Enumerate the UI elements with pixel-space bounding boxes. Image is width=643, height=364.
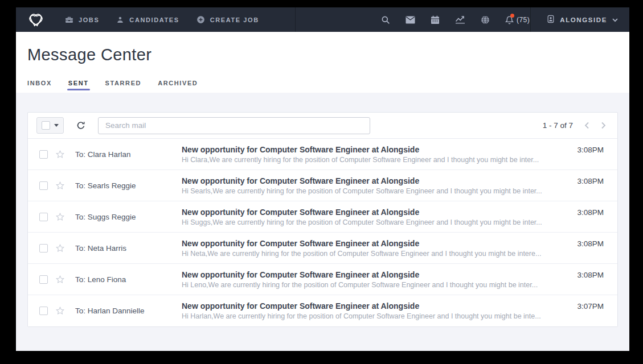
message-body: New opportunity for Computer Software En… xyxy=(182,301,568,320)
account-label: ALONGSIDE xyxy=(560,16,607,23)
tab-starred[interactable]: STARRED xyxy=(105,80,142,92)
message-body: New opportunity for Computer Software En… xyxy=(182,208,568,226)
navbar-divider xyxy=(530,7,531,32)
message-subject: New opportunity for Computer Software En… xyxy=(182,208,568,217)
tab-sent[interactable]: SENT xyxy=(68,80,89,92)
page-title: Message Center xyxy=(27,46,618,64)
message-body: New opportunity for Computer Software En… xyxy=(182,145,568,164)
message-preview: Hi Neta,We are currently hiring for the … xyxy=(182,250,568,258)
select-all-dropdown[interactable] xyxy=(36,117,64,134)
notification-dot xyxy=(510,14,514,18)
next-page-icon[interactable] xyxy=(601,122,606,129)
account-menu[interactable]: ALONGSIDE xyxy=(547,15,618,24)
message-preview: Hi Clara,We are currently hiring for the… xyxy=(182,156,568,164)
page-content: 1 - 7 of 7 xyxy=(16,93,629,327)
row-checkbox[interactable] xyxy=(39,275,48,284)
account-person-icon xyxy=(547,15,555,24)
person-icon xyxy=(116,16,124,24)
message-recipient: To: Suggs Reggie xyxy=(75,213,171,221)
top-navbar: JOBS CANDIDATES CREATE JOB xyxy=(16,7,629,32)
row-checkbox[interactable] xyxy=(39,244,48,253)
message-time: 3:07PM xyxy=(577,302,617,311)
message-subject: New opportunity for Computer Software En… xyxy=(182,270,568,279)
star-icon[interactable] xyxy=(55,243,65,253)
nav-jobs-label: JOBS xyxy=(79,16,99,23)
row-checkbox[interactable] xyxy=(39,150,48,159)
message-body: New opportunity for Computer Software En… xyxy=(182,176,568,195)
message-preview: Hi Harlan,We are currently hiring for th… xyxy=(182,312,568,320)
message-row[interactable]: To: Leno Fiona New opportunity for Compu… xyxy=(28,264,617,295)
message-time: 3:08PM xyxy=(577,208,617,217)
message-preview: Hi Leno,We are currently hiring for the … xyxy=(182,281,568,289)
select-all-checkbox[interactable] xyxy=(42,121,50,130)
analytics-chart-icon[interactable] xyxy=(455,15,465,24)
message-recipient: To: Searls Reggie xyxy=(75,181,171,190)
star-icon[interactable] xyxy=(55,181,65,191)
star-icon[interactable] xyxy=(55,275,65,284)
chevron-down-icon xyxy=(612,16,618,23)
mail-toolbar: 1 - 7 of 7 xyxy=(28,113,617,139)
notifications-bell-icon[interactable]: (75) xyxy=(505,15,530,24)
message-preview: Hi Suggs,We are currently hiring for the… xyxy=(182,218,568,226)
message-subject: New opportunity for Computer Software En… xyxy=(182,145,568,154)
navbar-divider xyxy=(295,7,296,32)
star-icon[interactable] xyxy=(55,306,65,316)
nav-candidates[interactable]: CANDIDATES xyxy=(116,16,179,24)
message-row[interactable]: To: Neta Harris New opportunity for Comp… xyxy=(28,233,617,264)
message-row[interactable]: To: Suggs Reggie New opportunity for Com… xyxy=(28,201,617,233)
search-mail-input[interactable] xyxy=(98,117,370,134)
briefcase-icon xyxy=(65,15,73,24)
message-row[interactable]: To: Clara Harlan New opportunity for Com… xyxy=(28,139,617,170)
row-checkbox[interactable] xyxy=(39,181,48,190)
notification-count: (75) xyxy=(517,16,530,24)
alongside-logo-icon[interactable] xyxy=(27,11,44,28)
star-icon[interactable] xyxy=(55,150,65,159)
message-time: 3:08PM xyxy=(577,146,617,154)
nav-create-job-label: CREATE JOB xyxy=(210,16,259,23)
row-checkbox[interactable] xyxy=(39,307,48,315)
prev-page-icon[interactable] xyxy=(584,122,589,129)
message-subject: New opportunity for Computer Software En… xyxy=(182,239,568,248)
mail-icon[interactable] xyxy=(406,16,415,24)
pagination: 1 - 7 of 7 xyxy=(543,121,606,130)
nav-candidates-label: CANDIDATES xyxy=(129,16,179,23)
tab-archived[interactable]: ARCHIVED xyxy=(158,80,198,92)
message-preview: Hi Searls,We are currently hiring for th… xyxy=(182,187,568,195)
message-time: 3:08PM xyxy=(577,177,617,185)
search-icon[interactable] xyxy=(381,15,390,24)
message-recipient: To: Harlan Dannielle xyxy=(75,307,171,315)
message-subject: New opportunity for Computer Software En… xyxy=(182,176,568,185)
tab-bar: INBOX SENT STARRED ARCHIVED xyxy=(27,80,618,92)
nav-create-job[interactable]: CREATE JOB xyxy=(196,15,259,24)
globe-icon[interactable] xyxy=(481,15,490,24)
message-recipient: To: Clara Harlan xyxy=(75,150,171,159)
nav-jobs[interactable]: JOBS xyxy=(65,15,99,24)
message-row[interactable]: To: Harlan Dannielle New opportunity for… xyxy=(28,295,617,326)
mail-card: 1 - 7 of 7 xyxy=(27,112,618,327)
message-subject: New opportunity for Computer Software En… xyxy=(182,301,568,311)
message-time: 3:08PM xyxy=(577,271,617,279)
pagination-label: 1 - 7 of 7 xyxy=(543,121,573,130)
message-body: New opportunity for Computer Software En… xyxy=(182,239,568,258)
refresh-icon[interactable] xyxy=(76,121,85,130)
message-list: To: Clara Harlan New opportunity for Com… xyxy=(28,139,617,326)
message-recipient: To: Leno Fiona xyxy=(75,275,171,284)
message-recipient: To: Neta Harris xyxy=(75,244,171,253)
plus-circle-icon xyxy=(196,15,205,24)
app-window: JOBS CANDIDATES CREATE JOB xyxy=(16,7,629,351)
tab-inbox[interactable]: INBOX xyxy=(27,80,52,92)
row-checkbox[interactable] xyxy=(39,213,48,221)
message-body: New opportunity for Computer Software En… xyxy=(182,270,568,289)
star-icon[interactable] xyxy=(55,212,65,222)
message-time: 3:08PM xyxy=(577,239,617,248)
page-header: Message Center INBOX SENT STARRED ARCHIV… xyxy=(16,32,629,93)
caret-down-icon xyxy=(54,124,59,127)
calendar-icon[interactable] xyxy=(431,15,440,24)
message-row[interactable]: To: Searls Reggie New opportunity for Co… xyxy=(28,170,617,201)
